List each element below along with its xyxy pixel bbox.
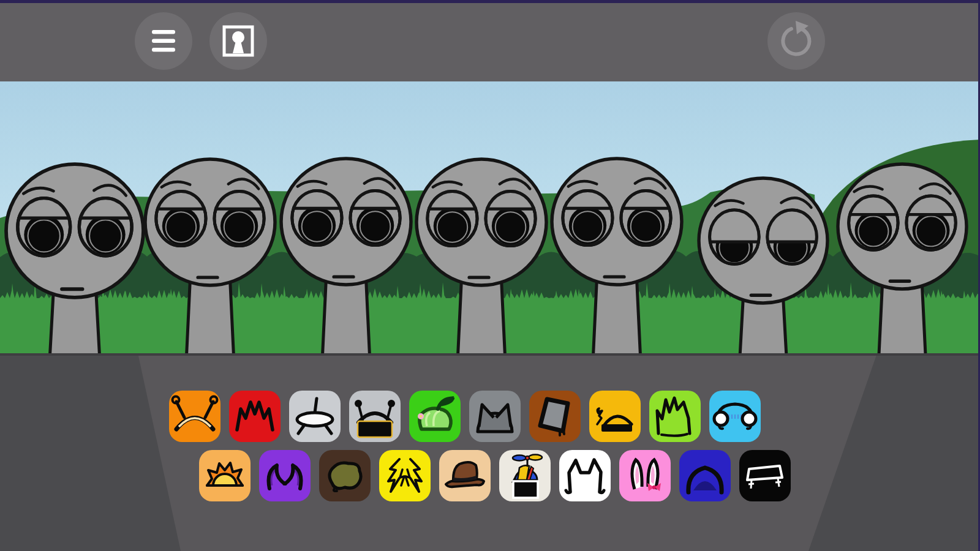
reset-button[interactable] bbox=[767, 12, 825, 70]
cloud-earmuffs-glyph bbox=[709, 391, 761, 442]
portrait-keyhole-icon bbox=[209, 12, 267, 70]
leaf-spikes-glyph bbox=[649, 391, 701, 442]
bunny-ears-glyph bbox=[619, 450, 671, 501]
game-screen bbox=[0, 0, 980, 551]
sunburst-glyph bbox=[199, 450, 251, 501]
sound-icon-bunny-ears[interactable] bbox=[619, 450, 671, 501]
devil-horns-glyph bbox=[259, 450, 311, 501]
sound-icon-lightning-doodle[interactable] bbox=[379, 450, 431, 501]
sound-icon-gray-cat-ears[interactable] bbox=[469, 391, 521, 442]
propeller-cap-glyph bbox=[499, 450, 551, 501]
moss-wig-glyph bbox=[319, 450, 371, 501]
sound-icon-amber-visor[interactable] bbox=[589, 391, 641, 442]
sound-icon-blue-hood[interactable] bbox=[679, 450, 731, 501]
bucket-hat-glyph bbox=[529, 391, 581, 442]
character-select-button[interactable] bbox=[209, 12, 267, 70]
sound-icon-ufo-hat[interactable] bbox=[289, 391, 341, 442]
bench-outline-glyph bbox=[739, 450, 791, 501]
sound-icon-propeller-cap[interactable] bbox=[499, 450, 551, 501]
sound-icon-green-pepper[interactable] bbox=[409, 391, 461, 442]
sound-icon-leaf-spikes[interactable] bbox=[649, 391, 701, 442]
fedora-glyph bbox=[439, 450, 491, 501]
sound-icon-cloud-earmuffs[interactable] bbox=[709, 391, 761, 442]
sound-icon-sunburst[interactable] bbox=[199, 450, 251, 501]
sound-icon-fedora[interactable] bbox=[439, 450, 491, 501]
hamburger-icon bbox=[135, 12, 192, 70]
circular-arrow-icon bbox=[767, 12, 825, 70]
green-pepper-glyph bbox=[409, 391, 461, 442]
top-edge-strip bbox=[0, 0, 980, 3]
visor-bot-glyph bbox=[349, 391, 401, 442]
sound-row-2 bbox=[199, 450, 791, 501]
blue-hood-glyph bbox=[679, 450, 731, 501]
sound-icon-white-cat-ears[interactable] bbox=[559, 450, 611, 501]
sound-row-1 bbox=[169, 391, 761, 442]
sound-icon-devil-horns[interactable] bbox=[259, 450, 311, 501]
ufo-hat-glyph bbox=[289, 391, 341, 442]
sound-icon-bench-outline[interactable] bbox=[739, 450, 791, 501]
white-cat-ears-glyph bbox=[559, 450, 611, 501]
top-bar bbox=[0, 0, 980, 81]
lightning-doodle-glyph bbox=[379, 450, 431, 501]
sound-icon-moss-wig[interactable] bbox=[319, 450, 371, 501]
amber-visor-glyph bbox=[589, 391, 641, 442]
sound-icon-visor-bot[interactable] bbox=[349, 391, 401, 442]
sound-icon-spiky-crown[interactable] bbox=[229, 391, 281, 442]
spiky-crown-glyph bbox=[229, 391, 281, 442]
sound-icon-bucket-hat[interactable] bbox=[529, 391, 581, 442]
sound-icon-antenna-band[interactable] bbox=[169, 391, 221, 442]
gray-cat-ears-glyph bbox=[469, 391, 521, 442]
antenna-band-glyph bbox=[169, 391, 221, 442]
menu-button[interactable] bbox=[135, 12, 192, 70]
